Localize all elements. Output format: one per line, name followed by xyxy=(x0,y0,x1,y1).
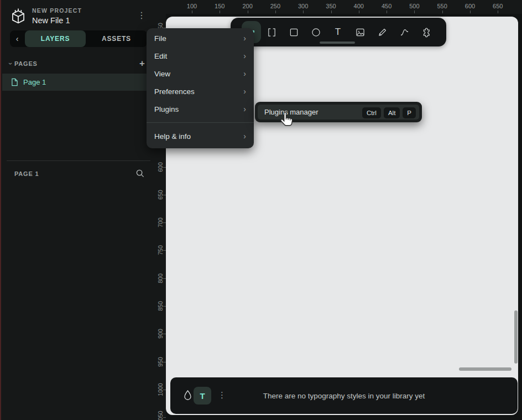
chevron-right-icon: › xyxy=(243,105,246,113)
ruler-v-label: 1050 xyxy=(157,407,164,420)
ruler-h-label: 150 xyxy=(208,3,231,9)
typography-empty-message: There are no typography styles in your l… xyxy=(170,377,518,414)
ruler-h-tick xyxy=(359,11,359,13)
horizontal-ruler[interactable]: 100150200250300350400450500550600650 xyxy=(155,0,522,14)
menu-item-label: File xyxy=(154,34,166,43)
ruler-h-label: 200 xyxy=(237,3,259,9)
rectangle-icon xyxy=(288,27,300,38)
tool-row: T xyxy=(260,21,437,43)
page-name: Page 1 xyxy=(23,78,46,86)
ruler-h-tick xyxy=(220,11,220,13)
menu-item-label: Edit xyxy=(154,52,167,60)
typography-library-panel: T ⋮ There are no typography styles in yo… xyxy=(170,377,518,414)
file-name: New File 1 xyxy=(32,16,70,25)
ruler-h-tick xyxy=(470,11,471,13)
ruler-h-tick xyxy=(192,11,192,13)
plugins-manager-label: Plugins manager xyxy=(264,108,359,116)
kbd-badge-alt: Alt xyxy=(384,107,400,118)
pen-icon xyxy=(377,27,388,38)
ruler-h-tick xyxy=(442,11,443,13)
ruler-h-label: 350 xyxy=(320,3,342,9)
ruler-h-label: 400 xyxy=(348,3,370,9)
kbd-badge-p: P xyxy=(403,107,416,118)
tool-board-button[interactable] xyxy=(260,21,283,43)
chevron-right-icon: › xyxy=(243,69,246,78)
chevron-right-icon: › xyxy=(243,34,246,43)
page-list-item[interactable]: Page 1 xyxy=(2,74,155,91)
ruler-h-tick xyxy=(303,11,304,13)
tool-text-button[interactable]: T xyxy=(327,21,349,43)
menu-divider xyxy=(147,122,254,123)
main-menu: File›Edit›View›Preferences›Plugins›Help … xyxy=(147,28,254,148)
ruler-h-label: 100 xyxy=(181,3,203,9)
chevron-right-icon: › xyxy=(243,132,246,141)
tool-image-button[interactable] xyxy=(349,21,371,43)
collapse-sidebar-button[interactable]: ‹ xyxy=(10,34,24,43)
menu-item-plugins[interactable]: Plugins› xyxy=(147,100,254,118)
ruler-h-tick xyxy=(331,11,332,13)
ruler-h-label: 500 xyxy=(403,3,425,9)
ruler-h-label: 450 xyxy=(375,3,398,9)
menu-item-file[interactable]: File› xyxy=(147,29,254,47)
sidebar-tabbar: ‹ LAYERS ASSETS xyxy=(10,30,147,47)
horizontal-scrollbar[interactable] xyxy=(459,367,511,371)
project-label: NEW PROJECT xyxy=(32,7,82,14)
layers-section-title: PAGE 1 xyxy=(14,170,39,177)
search-icon[interactable] xyxy=(135,169,145,178)
menu-item-label: Preferences xyxy=(154,87,195,96)
menu-item-label: View xyxy=(154,70,170,78)
ruler-h-tick xyxy=(275,11,276,13)
tool-ellipse-button[interactable] xyxy=(305,21,327,43)
vertical-scrollbar[interactable] xyxy=(514,310,518,364)
left-sidebar: NEW PROJECT New File 1 ⋮ ‹ LAYERS ASSETS… xyxy=(1,0,155,420)
ruler-h-label: 300 xyxy=(292,3,314,9)
board-icon xyxy=(266,27,278,38)
ellipse-icon xyxy=(310,27,322,38)
tool-path-button[interactable] xyxy=(393,21,415,43)
ruler-v-tick xyxy=(163,417,166,418)
sidebar-divider xyxy=(7,160,150,161)
chevron-down-icon[interactable]: › xyxy=(7,60,14,68)
ruler-h-label: 550 xyxy=(431,3,453,9)
tool-plugins-button[interactable] xyxy=(415,21,437,43)
chevron-right-icon: › xyxy=(243,87,246,96)
menu-item-edit[interactable]: Edit› xyxy=(147,47,254,65)
layers-section-header: PAGE 1 xyxy=(1,167,155,180)
ruler-h-label: 650 xyxy=(487,3,509,9)
file-menu-kebab-icon[interactable]: ⋮ xyxy=(137,10,146,20)
page-icon xyxy=(11,78,18,86)
penpot-workspace: 100150200250300350400450500550600650 350… xyxy=(0,0,522,420)
ruler-h-tick xyxy=(498,11,498,13)
menu-item-label: Plugins xyxy=(154,105,179,113)
menu-item-view[interactable]: View› xyxy=(147,65,254,82)
tool-rectangle-button[interactable] xyxy=(283,21,305,43)
ruler-h-tick xyxy=(387,11,387,13)
ruler-h-tick xyxy=(414,11,415,13)
menu-item-label: Help & info xyxy=(154,132,191,141)
design-toolbar: T xyxy=(231,18,446,46)
tab-assets[interactable]: ASSETS xyxy=(86,35,147,43)
menu-item-preferences[interactable]: Preferences› xyxy=(147,82,254,100)
hand-pointer-cursor xyxy=(279,111,295,128)
ruler-h-label: 600 xyxy=(459,3,481,9)
image-icon xyxy=(354,27,366,38)
toolbar-drag-handle[interactable] xyxy=(320,42,355,44)
shortcut-badges: CtrlAltP xyxy=(359,107,416,117)
tool-pen-button[interactable] xyxy=(371,21,393,43)
pages-section-header: › PAGES + xyxy=(7,58,150,70)
path-icon xyxy=(399,27,410,38)
plugins-icon xyxy=(421,27,432,38)
penpot-logo-icon xyxy=(9,7,28,26)
add-page-button[interactable]: + xyxy=(139,58,145,69)
menu-item-help-info[interactable]: Help & info› xyxy=(147,127,254,145)
tab-layers[interactable]: LAYERS xyxy=(25,30,86,47)
text-tool-icon: T xyxy=(335,27,341,38)
kbd-badge-ctrl: Ctrl xyxy=(362,107,381,118)
ruler-h-label: 250 xyxy=(264,3,286,9)
chevron-right-icon: › xyxy=(243,51,246,60)
ruler-h-tick xyxy=(248,11,248,13)
pages-title: PAGES xyxy=(14,60,38,67)
